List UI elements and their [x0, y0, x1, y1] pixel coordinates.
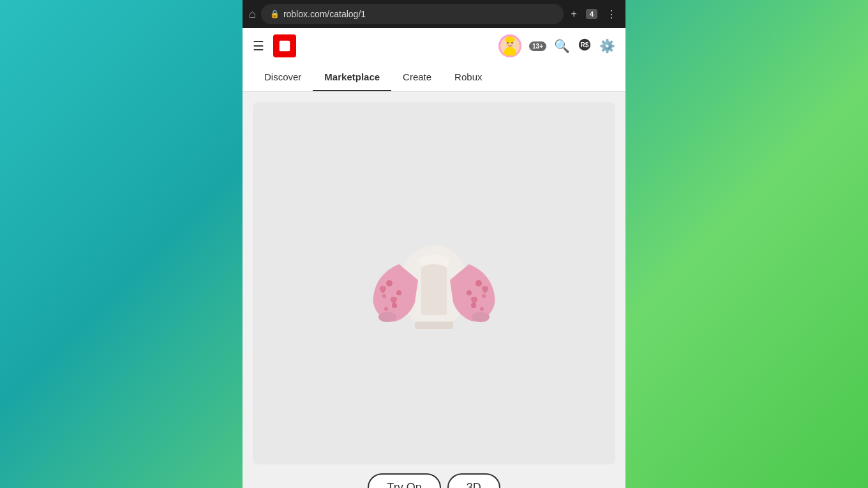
main-content: ···: [243, 92, 625, 488]
svg-point-13: [382, 294, 386, 298]
roblox-navbar: ☰: [243, 28, 625, 92]
svg-point-23: [472, 312, 490, 322]
age-badge: 13+: [529, 41, 546, 51]
svg-point-20: [480, 307, 484, 311]
svg-point-12: [396, 290, 401, 295]
browser-actions: + 4 ⋮: [569, 6, 619, 23]
cardigan-svg: [364, 213, 504, 353]
tab-count[interactable]: 4: [586, 9, 597, 19]
svg-point-17: [467, 290, 472, 295]
roblox-logo[interactable]: [273, 34, 296, 57]
hamburger-menu[interactable]: ☰: [253, 40, 264, 52]
nav-right: 13+ 🔍 R$ ⚙️: [498, 34, 615, 57]
svg-point-14: [392, 303, 397, 308]
nav-discover[interactable]: Discover: [253, 64, 313, 91]
robux-icon-nav[interactable]: R$: [578, 38, 592, 55]
svg-rect-10: [421, 258, 447, 315]
try-on-button[interactable]: Try On: [368, 473, 440, 488]
svg-point-11: [386, 280, 393, 286]
nav-marketplace[interactable]: Marketplace: [313, 64, 391, 91]
svg-text:R$: R$: [581, 41, 589, 48]
nav-links: Discover Marketplace Create Robux: [253, 64, 615, 91]
nav-left: ☰: [253, 34, 296, 57]
address-bar[interactable]: 🔒 roblox.com/catalog/1: [261, 4, 564, 24]
svg-rect-21: [415, 322, 453, 329]
browser-bar: ⌂ 🔒 roblox.com/catalog/1 + 4 ⋮: [243, 0, 625, 28]
product-action-buttons: Try On 3D: [253, 473, 615, 488]
svg-point-6: [505, 36, 515, 43]
svg-point-16: [475, 280, 482, 286]
url-text: roblox.com/catalog/1: [283, 9, 366, 19]
product-section: ···: [243, 92, 625, 488]
home-icon[interactable]: ⌂: [249, 8, 256, 21]
product-image: [253, 102, 615, 464]
lock-icon: 🔒: [270, 10, 280, 18]
avatar[interactable]: [498, 34, 521, 57]
three-d-button[interactable]: 3D: [447, 473, 500, 488]
svg-point-19: [471, 303, 476, 308]
more-menu-button[interactable]: ⋮: [604, 6, 619, 23]
nav-robux[interactable]: Robux: [443, 64, 493, 91]
search-icon[interactable]: 🔍: [554, 38, 570, 54]
svg-rect-0: [280, 41, 290, 52]
nav-create[interactable]: Create: [391, 64, 443, 91]
browser-window: ⌂ 🔒 roblox.com/catalog/1 + 4 ⋮ ☰: [243, 0, 625, 488]
add-tab-button[interactable]: +: [569, 6, 580, 22]
svg-point-18: [482, 294, 486, 298]
svg-point-15: [384, 307, 388, 311]
navbar-top: ☰: [253, 28, 615, 64]
settings-icon[interactable]: ⚙️: [599, 38, 615, 54]
page-content: ☰: [243, 28, 625, 488]
svg-point-22: [378, 312, 396, 322]
